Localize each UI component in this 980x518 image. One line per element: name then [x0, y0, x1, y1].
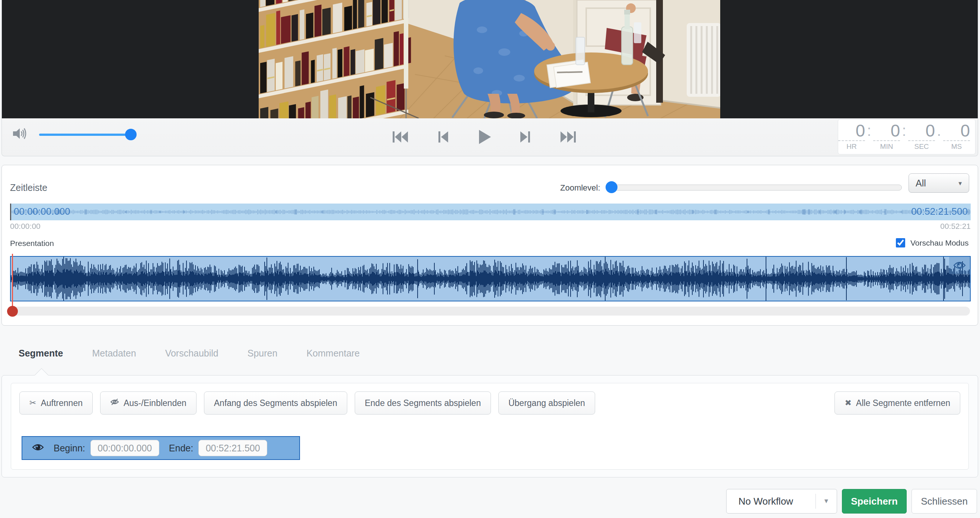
save-button[interactable]: Speichern — [842, 489, 907, 513]
timeline-scrollbar-track[interactable] — [11, 307, 970, 316]
close-button[interactable]: Schliessen — [912, 489, 977, 513]
segment-eye-icon[interactable] — [32, 443, 44, 453]
track-label-presentation: Presentation — [10, 239, 54, 248]
remove-all-segments-button[interactable]: ✖ Alle Segmente entfernen — [834, 391, 960, 415]
segments-tab-panel: ✂ Auftrennen Aus-/Einblenden Anfang des … — [2, 375, 978, 477]
segment-end-input[interactable]: 00:52:21.500 — [198, 440, 267, 456]
track-filter-value: All — [916, 178, 957, 189]
play-segment-end-button[interactable]: Ende des Segments abspielen — [355, 391, 491, 415]
time-milliseconds[interactable]: 0 — [943, 121, 970, 140]
timeline-playhead[interactable] — [10, 203, 11, 220]
preview-mode-label: Vorschau Modus — [910, 238, 969, 248]
segments-toolbox: ✂ Auftrennen Aus-/Einblenden Anfang des … — [11, 383, 969, 470]
timeline-panel: Zeitleiste Zoomlevel: All ▼ 00:00:00.000… — [2, 165, 978, 326]
toggle-visibility-button[interactable]: Aus-/Einblenden — [100, 391, 197, 415]
remove-all-segments-label: Alle Segmente entfernen — [856, 398, 950, 408]
segment-begin-input[interactable]: 00:00:00.000 — [91, 440, 159, 456]
player-controls-bar: 0 : 0 : 0 . 0 HR MIN SEC MS — [2, 118, 978, 156]
playhead-line — [12, 254, 13, 310]
time-display: 0 : 0 : 0 . 0 HR MIN SEC MS — [838, 119, 975, 154]
workflow-select-value: No Workflow — [738, 496, 816, 507]
volume-icon[interactable] — [13, 127, 28, 141]
player-panel: 0 : 0 : 0 . 0 HR MIN SEC MS — [2, 0, 978, 156]
time-unit-sec: SEC — [908, 140, 935, 151]
time-seconds[interactable]: 0 — [908, 121, 935, 140]
timeline-title: Zeitleiste — [10, 182, 47, 193]
x-icon: ✖ — [845, 398, 851, 408]
tab-kommentare[interactable]: Kommentare — [306, 348, 360, 359]
timeline-overview-bar[interactable]: 00:00:00.000 00:52:21.500 — [10, 203, 971, 220]
split-button-label: Auftrennen — [41, 398, 83, 408]
editor-tabs: Segmente Metadaten Vorschaubild Spuren K… — [19, 348, 360, 359]
chevron-down-icon: ▼ — [816, 497, 837, 505]
eye-slash-icon — [110, 398, 119, 408]
tab-vorschaubild[interactable]: Vorschaubild — [165, 348, 218, 359]
play-transition-button[interactable]: Übergang abspielen — [498, 391, 595, 415]
scale-end-time: 00:52:21 — [940, 222, 971, 231]
play-segment-end-label: Ende des Segments abspielen — [365, 398, 481, 408]
segment-visibility-overlay-button[interactable] — [949, 257, 970, 274]
time-separator: : — [865, 121, 873, 140]
volume-slider-track[interactable] — [39, 133, 136, 136]
segment-begin-label: Beginn: — [54, 443, 85, 454]
previous-frame-button[interactable] — [435, 129, 450, 145]
chevron-down-icon: ▼ — [957, 180, 963, 186]
skip-to-start-button[interactable] — [391, 129, 410, 145]
timeline-scale: 00:00:00 00:52:21 — [10, 222, 971, 232]
zoomlevel-slider-track[interactable] — [611, 184, 902, 191]
video-scene-library — [259, 0, 720, 118]
play-button[interactable] — [475, 128, 493, 146]
presentation-waveform-track[interactable] — [10, 256, 971, 302]
segment-tools-row: ✂ Auftrennen Aus-/Einblenden Anfang des … — [19, 391, 595, 415]
skip-to-end-button[interactable] — [559, 129, 577, 145]
transport-controls — [391, 128, 577, 146]
play-segment-start-button[interactable]: Anfang des Segments abspielen — [204, 391, 347, 415]
video-display-area — [2, 0, 978, 118]
time-unit-min: MIN — [873, 140, 900, 151]
next-frame-button[interactable] — [518, 129, 534, 145]
segment-end-label: Ende: — [169, 443, 193, 454]
timeline-start-time: 00:00:00.000 — [14, 206, 70, 217]
tab-spuren[interactable]: Spuren — [248, 348, 278, 359]
time-unit-ms: MS — [943, 140, 970, 151]
segment-row[interactable]: Beginn: 00:00:00.000 Ende: 00:52:21.500 — [22, 436, 300, 460]
tab-metadaten[interactable]: Metadaten — [92, 348, 136, 359]
eye-icon — [953, 261, 966, 270]
time-minutes[interactable]: 0 — [873, 121, 900, 140]
timeline-waveform-texture — [10, 203, 971, 220]
volume-slider-thumb[interactable] — [125, 129, 137, 140]
scale-start-time: 00:00:00 — [10, 222, 41, 231]
tab-segmente[interactable]: Segmente — [19, 348, 63, 359]
time-separator: . — [935, 121, 943, 140]
scissors-icon: ✂ — [29, 398, 36, 408]
video-frame — [259, 0, 720, 118]
playhead-drag-handle[interactable] — [7, 306, 18, 317]
workflow-select[interactable]: No Workflow ▼ — [726, 489, 837, 513]
split-button[interactable]: ✂ Auftrennen — [19, 391, 93, 415]
volume-slider[interactable] — [39, 128, 136, 141]
presentation-waveform — [11, 257, 970, 301]
track-filter-select[interactable]: All ▼ — [908, 173, 969, 193]
zoomlevel-slider[interactable] — [606, 180, 903, 194]
preview-mode-checkbox[interactable] — [896, 238, 905, 248]
time-separator: : — [900, 121, 908, 140]
zoomlevel-label: Zoomlevel: — [560, 183, 600, 193]
play-transition-label: Übergang abspielen — [508, 398, 585, 408]
zoomlevel-slider-thumb[interactable] — [606, 181, 617, 193]
timeline-end-time: 00:52:21.500 — [911, 206, 968, 217]
time-hours[interactable]: 0 — [838, 121, 865, 140]
time-unit-hr: HR — [838, 140, 865, 151]
video-editor-page: 0 : 0 : 0 . 0 HR MIN SEC MS Zeitleiste Z… — [0, 0, 980, 518]
play-segment-start-label: Anfang des Segments abspielen — [214, 398, 337, 408]
toggle-visibility-label: Aus-/Einblenden — [124, 398, 186, 408]
